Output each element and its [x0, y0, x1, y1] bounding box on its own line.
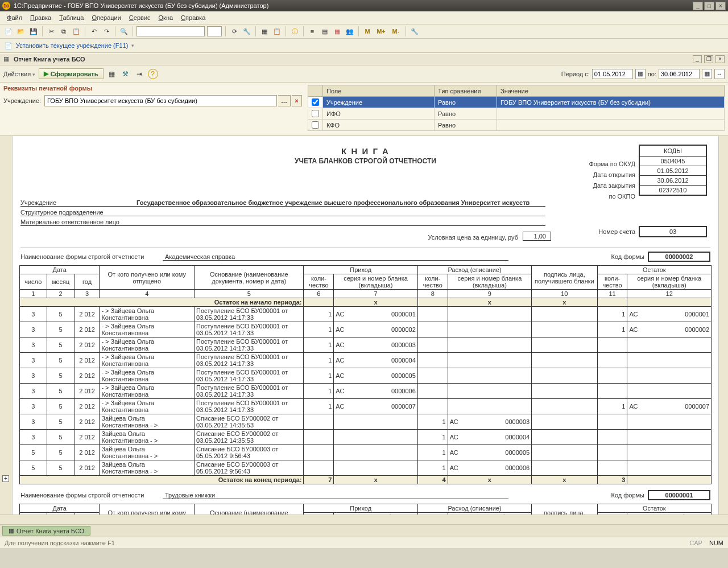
- mdi-tab-report[interactable]: ▦ Отчет Книга учета БСО: [2, 526, 90, 536]
- redo-icon[interactable]: ↷: [101, 26, 111, 36]
- play-icon: ▶: [44, 70, 48, 77]
- filter-checkbox[interactable]: [312, 98, 319, 106]
- form2-label: Наименование формы строгой отчетности: [20, 492, 163, 499]
- codes-box: КОДЫ 050404501.05.201230.06.201202372510: [639, 145, 707, 196]
- filter-row[interactable]: КФО Равно: [308, 120, 725, 131]
- calendar-icon[interactable]: ▦: [332, 26, 342, 36]
- mdi-tabs: ▦ Отчет Книга учета БСО: [0, 524, 728, 537]
- menu-справка[interactable]: Справка: [177, 13, 209, 23]
- codes-labels: Форма по ОКУДДата открытияДата закрытияп…: [589, 159, 636, 202]
- clipboard-icon[interactable]: 📋: [272, 26, 282, 36]
- maximize-button[interactable]: □: [704, 2, 714, 10]
- set-institution-link[interactable]: Установить текущее учреждение (F11): [16, 42, 128, 49]
- table-icon[interactable]: ▦: [107, 69, 117, 79]
- calendar-from-icon[interactable]: ▦: [635, 69, 646, 79]
- refresh-icon[interactable]: ⟳: [229, 26, 239, 36]
- filter-value: [497, 108, 725, 120]
- new-icon[interactable]: 📄: [3, 26, 14, 36]
- m-button[interactable]: M: [362, 26, 373, 36]
- filter-checkbox[interactable]: [312, 121, 319, 129]
- copy-icon[interactable]: ⧉: [59, 26, 69, 36]
- period-picker-icon[interactable]: ↔: [714, 69, 725, 79]
- status-hint: Для получения подсказки нажмите F1: [5, 540, 115, 546]
- minimize-button[interactable]: _: [693, 2, 703, 10]
- filter-field: Учреждение: [323, 97, 435, 108]
- actions-bar: Действия ▶ Сформировать ▦ ⚒ ⇥ ? Период с…: [0, 65, 728, 83]
- org-clear-button[interactable]: ×: [292, 95, 302, 106]
- list2-icon[interactable]: ▤: [320, 26, 330, 36]
- users-icon[interactable]: 👥: [345, 26, 355, 36]
- help-icon[interactable]: ?: [148, 69, 158, 79]
- menu-окна[interactable]: Окна: [155, 13, 177, 23]
- filter-col-field: Поле: [323, 85, 435, 97]
- data-table-2-header: Дата От кого получено или кому отпущено …: [19, 504, 712, 515]
- wrench-icon[interactable]: 🔧: [410, 26, 420, 36]
- props-icon[interactable]: 🔧: [242, 26, 252, 36]
- menu-таблица[interactable]: Таблица: [56, 13, 87, 23]
- mdi-restore-button[interactable]: ❐: [704, 55, 713, 63]
- actions-dropdown[interactable]: Действия: [3, 71, 35, 77]
- paste-icon[interactable]: 📋: [71, 26, 81, 36]
- table-row: 552 012 Зайцева Ольга Константиновна - >…: [20, 445, 712, 460]
- report-area: + К Н И Г А УЧЕТА БЛАНКОВ СТРОГОЙ ОТЧЕТН…: [0, 136, 728, 515]
- toolbar-combo-small[interactable]: [207, 26, 222, 36]
- form1-name: Академическая справка: [163, 253, 508, 261]
- period-to-input[interactable]: [659, 69, 700, 79]
- vertical-scrollbar[interactable]: [718, 136, 728, 515]
- toolbar-combo[interactable]: [136, 26, 205, 36]
- filter-col-op: Тип сравнения: [435, 85, 497, 97]
- codes-header: КОДЫ: [640, 146, 706, 157]
- generate-button[interactable]: ▶ Сформировать: [39, 68, 104, 79]
- form1-label: Наименование формы строгой отчетности: [20, 253, 163, 260]
- horizontal-scrollbar[interactable]: [0, 515, 728, 524]
- filter-field: ИФО: [323, 108, 435, 120]
- info-icon[interactable]: ⓘ: [289, 26, 300, 36]
- main-menu: ФайлПравкаТаблицаОперацииСервисОкнаСправ…: [0, 11, 728, 24]
- calendar-to-icon[interactable]: ▦: [702, 69, 712, 79]
- save-icon[interactable]: 💾: [28, 26, 39, 36]
- outline-expand-button[interactable]: +: [2, 475, 9, 482]
- data-table: Дата От кого получено или кому отпущено …: [19, 265, 712, 484]
- list1-icon[interactable]: ≡: [307, 26, 317, 36]
- report-window-header: ▦ Отчет Книга учета БСО _ ❐ ×: [0, 53, 728, 65]
- find-icon[interactable]: 🔍: [119, 26, 129, 36]
- open-icon[interactable]: 📂: [16, 26, 26, 36]
- generate-label: Сформировать: [51, 71, 98, 77]
- filter-row[interactable]: Учреждение Равно ГОБУ ВПО Университет ис…: [308, 97, 725, 108]
- filter-value: [497, 120, 725, 131]
- report-window-title: Отчет Книга учета БСО: [14, 56, 85, 63]
- account-value: 03: [639, 226, 707, 237]
- chevron-down-icon[interactable]: ▾: [131, 43, 134, 48]
- menu-файл[interactable]: Файл: [3, 13, 26, 23]
- status-num: NUM: [709, 540, 723, 546]
- period-from-input[interactable]: [592, 69, 633, 79]
- m-minus-button[interactable]: M-: [390, 26, 402, 36]
- org-pick-button[interactable]: …: [278, 95, 291, 106]
- grid-icon[interactable]: ▦: [259, 26, 270, 36]
- filters-table[interactable]: Поле Тип сравнения Значение Учреждение Р…: [308, 85, 725, 131]
- doc-icon[interactable]: 📄: [3, 40, 14, 51]
- filter-checkbox[interactable]: [312, 110, 319, 117]
- filter-field: КФО: [323, 120, 435, 131]
- table-row: 352 012 - > Зайцева Ольга Константиновна…: [20, 337, 712, 353]
- params-header: Реквизиты печатной формы: [3, 85, 302, 92]
- org-label: Учреждение:: [3, 97, 43, 104]
- undo-icon[interactable]: ↶: [89, 26, 99, 36]
- cut-icon[interactable]: ✂: [46, 26, 56, 36]
- close-button[interactable]: ×: [715, 2, 726, 10]
- mdi-close-button[interactable]: ×: [715, 55, 725, 63]
- m-plus-button[interactable]: M+: [375, 26, 387, 36]
- constructor-icon[interactable]: ⚒: [121, 69, 131, 79]
- org-input[interactable]: [44, 95, 277, 106]
- exec-icon[interactable]: ⇥: [134, 69, 144, 79]
- menu-правка[interactable]: Правка: [27, 13, 55, 23]
- menu-операции[interactable]: Операции: [88, 13, 124, 23]
- outline-gutter[interactable]: +: [0, 136, 13, 515]
- filter-op: Равно: [435, 120, 497, 131]
- table-row: 352 012 - > Зайцева Ольга Константиновна…: [20, 353, 712, 368]
- menu-сервис[interactable]: Сервис: [126, 13, 154, 23]
- filter-row[interactable]: ИФО Равно: [308, 108, 725, 120]
- report-icon: ▦: [3, 55, 11, 63]
- filter-col-value: Значение: [497, 85, 725, 97]
- mdi-minimize-button[interactable]: _: [693, 55, 702, 63]
